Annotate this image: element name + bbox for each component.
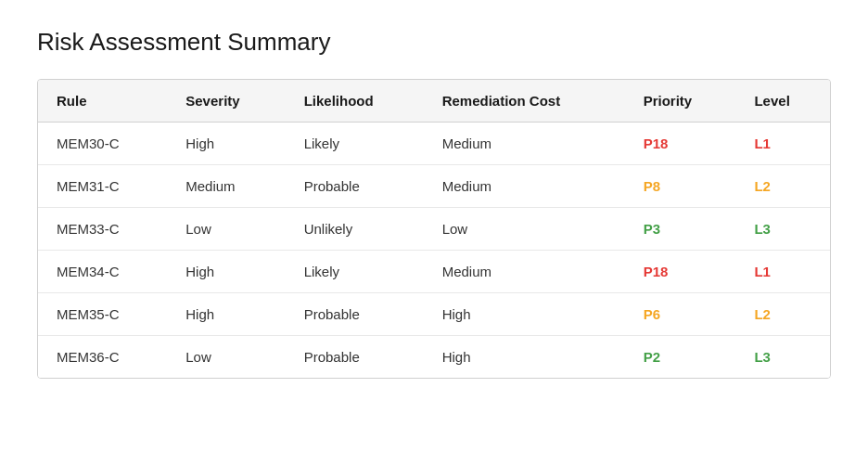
cell-severity: High [167,293,285,336]
cell-rule: MEM36-C [38,336,167,379]
cell-severity: Medium [167,165,285,208]
header-remediation-cost: Remediation Cost [424,80,625,123]
header-rule: Rule [38,80,167,123]
table-row: MEM31-C Medium Probable Medium P8 L2 [38,165,830,208]
header-severity: Severity [167,80,285,123]
cell-priority: P3 [625,208,736,251]
header-priority: Priority [625,80,736,123]
cell-remediation-cost: Low [424,208,625,251]
cell-level: L2 [735,165,830,208]
table-row: MEM33-C Low Unlikely Low P3 L3 [38,208,830,251]
cell-likelihood: Unlikely [286,208,424,251]
cell-rule: MEM31-C [38,165,167,208]
table-row: MEM35-C High Probable High P6 L2 [38,293,830,336]
cell-remediation-cost: High [424,336,625,379]
risk-assessment-table: Rule Severity Likelihood Remediation Cos… [37,79,831,379]
cell-priority: P6 [625,293,736,336]
table-row: MEM30-C High Likely Medium P18 L1 [38,123,830,165]
cell-level: L1 [735,251,830,293]
cell-likelihood: Likely [286,123,424,165]
cell-severity: Low [167,336,285,379]
header-level: Level [735,80,830,123]
table-header-row: Rule Severity Likelihood Remediation Cos… [38,80,830,123]
cell-severity: Low [167,208,285,251]
cell-level: L1 [735,123,830,165]
cell-remediation-cost: Medium [424,251,625,293]
table-row: MEM36-C Low Probable High P2 L3 [38,336,830,379]
page-title: Risk Assessment Summary [37,28,831,57]
cell-severity: High [167,251,285,293]
cell-remediation-cost: High [424,293,625,336]
cell-level: L2 [735,293,830,336]
cell-rule: MEM30-C [38,123,167,165]
cell-rule: MEM33-C [38,208,167,251]
header-likelihood: Likelihood [286,80,424,123]
cell-priority: P8 [625,165,736,208]
cell-level: L3 [735,208,830,251]
cell-severity: High [167,123,285,165]
table-row: MEM34-C High Likely Medium P18 L1 [38,251,830,293]
cell-rule: MEM34-C [38,251,167,293]
cell-likelihood: Likely [286,251,424,293]
cell-remediation-cost: Medium [424,123,625,165]
cell-level: L3 [735,336,830,379]
cell-likelihood: Probable [286,336,424,379]
cell-rule: MEM35-C [38,293,167,336]
cell-priority: P18 [625,123,736,165]
cell-priority: P2 [625,336,736,379]
cell-remediation-cost: Medium [424,165,625,208]
cell-likelihood: Probable [286,293,424,336]
cell-likelihood: Probable [286,165,424,208]
cell-priority: P18 [625,251,736,293]
